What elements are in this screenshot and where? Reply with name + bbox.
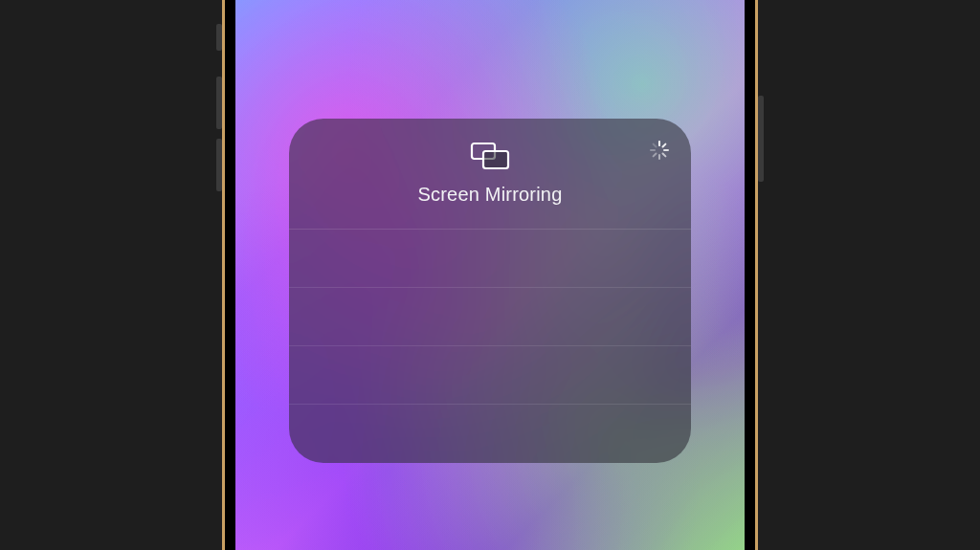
svg-line-7 bbox=[654, 154, 657, 157]
device-row[interactable] bbox=[289, 405, 691, 463]
svg-rect-1 bbox=[483, 151, 508, 168]
device-row[interactable] bbox=[289, 346, 691, 405]
phone-frame: Screen Mirroring bbox=[222, 0, 758, 550]
svg-line-3 bbox=[663, 144, 666, 147]
svg-line-9 bbox=[654, 144, 657, 147]
volume-down-button[interactable] bbox=[216, 139, 222, 191]
volume-up-button[interactable] bbox=[216, 77, 222, 129]
device-list bbox=[289, 230, 691, 463]
phone-screen: Screen Mirroring bbox=[235, 0, 745, 550]
mute-switch[interactable] bbox=[216, 24, 222, 51]
screen-mirroring-icon bbox=[470, 142, 510, 174]
device-row[interactable] bbox=[289, 288, 691, 346]
device-row[interactable] bbox=[289, 230, 691, 288]
card-header: Screen Mirroring bbox=[289, 119, 691, 230]
screen-mirroring-card[interactable]: Screen Mirroring bbox=[289, 119, 691, 463]
power-button[interactable] bbox=[758, 96, 764, 182]
card-title: Screen Mirroring bbox=[289, 184, 691, 206]
svg-line-5 bbox=[663, 154, 666, 157]
loading-spinner-icon bbox=[649, 140, 670, 161]
